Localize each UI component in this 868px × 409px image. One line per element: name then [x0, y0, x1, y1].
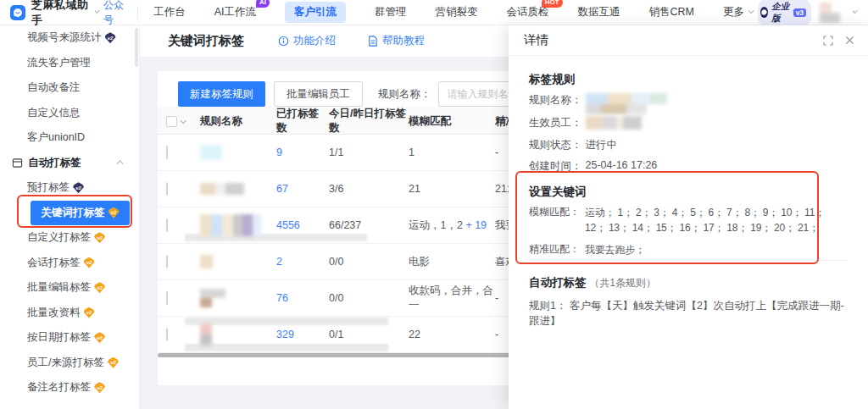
rule-name-label: 规则名称：: [378, 87, 431, 102]
col-header-rule-name: 规则名称: [200, 114, 276, 129]
detail-panel: 详情 标签规则 规则名称： 生效员工： 规则状态： 进行中 创建时间： 25-0…: [509, 25, 868, 409]
fuzzy-cell: 电影: [409, 255, 495, 269]
v2-badge: v2: [94, 382, 105, 393]
sidebar-item-auto-remark[interactable]: 自动改备注: [0, 75, 139, 101]
nav-item-more[interactable]: 更多: [723, 5, 758, 19]
sidebar-item-tag-by-date[interactable]: 按日期打标签v2: [0, 325, 139, 351]
sidebar-item-custom-tagging[interactable]: 自定义打标签v2: [0, 225, 139, 251]
sidebar-section-auto-tagging[interactable]: 自动打标签: [0, 151, 139, 176]
exact-match-value: 我要去跑步；: [585, 242, 827, 257]
sidebar-item-keyword-tagging[interactable]: 关键词打标签v2: [31, 201, 130, 226]
sidebar-item-video-source-stats[interactable]: 视频号来源统计v2: [0, 25, 139, 51]
sidebar-item-session-tagging[interactable]: 会话打标签v2: [0, 251, 139, 276]
batch-edit-staff-button[interactable]: 批量编辑员工: [274, 81, 363, 107]
rule-status-field: 规则状态： 进行中: [529, 138, 617, 152]
fuzzy-match-value: 运动； 1； 2； 3； 4； 5； 6； 7； 8； 9； 10； 11； 1…: [585, 205, 827, 235]
expand-icon[interactable]: [823, 36, 833, 46]
nav-label: 销售CRM: [649, 6, 694, 18]
plan-name: 企业版: [771, 1, 790, 25]
tag-list-icon: [12, 158, 23, 169]
row-checkbox[interactable]: [166, 218, 168, 232]
redacted-rule-name: [200, 289, 225, 307]
nav-item-ai-workflow[interactable]: AI工作流AI: [214, 5, 256, 19]
chevron-down-icon[interactable]: [94, 8, 100, 14]
close-icon[interactable]: [845, 36, 854, 45]
sidebar-item-customer-unionid[interactable]: 客户unionID: [0, 125, 139, 151]
sidebar-section-label: 自动打标签: [28, 156, 81, 170]
row-checkbox[interactable]: [166, 328, 168, 341]
v2-badge: v2: [108, 207, 120, 218]
keyword-section-title: 设置关键词: [529, 185, 587, 200]
sidebar-scrollbar[interactable]: [135, 28, 138, 67]
sidebar-item-churned-customers[interactable]: 流失客户管理: [0, 51, 139, 76]
rule-section-title: 标签规则: [529, 72, 575, 87]
sidebar-item-batch-edit-tags[interactable]: 批量编辑标签v2: [0, 275, 139, 301]
sidebar-item-pre-tagging[interactable]: 预打标签v2: [0, 175, 139, 201]
nav-item-data-interchange[interactable]: 数据互通: [578, 5, 620, 19]
col-header-today-count: 今日/昨日打标签数: [329, 107, 409, 135]
sidebar-item-staff-source-tagging[interactable]: 员工/来源打标签v2: [0, 351, 139, 376]
v2-badge: v2: [105, 32, 116, 43]
avatar[interactable]: [820, 3, 846, 23]
v2-badge: v2: [94, 232, 105, 243]
col-header-fuzzy-match: 模糊匹配: [409, 114, 495, 129]
tagged-count-link[interactable]: 9: [276, 146, 329, 158]
today-count: 66/237: [329, 219, 409, 231]
nav-label: AI工作流: [214, 6, 256, 18]
nav-item-session-qc[interactable]: 会话质检HOT: [507, 5, 549, 19]
nav-item-workbench[interactable]: 工作台: [153, 5, 186, 19]
nav-item-marketing-fission[interactable]: 营销裂变: [436, 5, 478, 19]
redacted-rule-name: [200, 255, 276, 268]
redaction-strip: [185, 318, 388, 325]
help-tutorial-link[interactable]: 帮助教程: [368, 34, 425, 48]
nav-item-customer-acquisition[interactable]: 客户引流: [285, 2, 346, 23]
sidebar-item-batch-edit-profile[interactable]: 批量改资料v2: [0, 301, 139, 326]
sidebar-item-remark-tagging[interactable]: 备注名打标签v2: [0, 375, 139, 401]
today-count: 0/0: [329, 256, 409, 268]
tagged-count-link[interactable]: 329: [276, 329, 329, 340]
divider: [137, 6, 138, 19]
top-navigation-bar: 芝麻私域助手 公众号 工作台 AI工作流AI 客户引流 群管理 营销裂变 会话质…: [0, 0, 868, 25]
row-checkbox[interactable]: [166, 255, 168, 268]
sidebar-item-label: 流失客户管理: [27, 56, 91, 70]
sidebar-item-custom-info[interactable]: 自定义信息: [0, 101, 139, 126]
new-rule-button[interactable]: 新建标签规则: [178, 81, 265, 107]
nav-label: 会话质检: [507, 6, 549, 18]
plan-logo-icon: [760, 7, 768, 18]
sidebar-item-label: 自定义信息: [27, 106, 81, 120]
primary-nav: 工作台 AI工作流AI 客户引流 群管理 营销裂变 会话质检HOT 数据互通 销…: [153, 2, 758, 23]
tagged-count-link[interactable]: 2: [276, 256, 329, 268]
link-label: 功能介绍: [293, 34, 336, 48]
sidebar-item-label: 会话打标签: [27, 256, 81, 270]
chevron-down-icon[interactable]: [181, 118, 186, 124]
row-checkbox[interactable]: [166, 291, 168, 305]
today-count: 1/1: [329, 146, 409, 158]
row-checkbox[interactable]: [166, 182, 168, 196]
field-label: 生效员工：: [529, 116, 582, 130]
tagged-count-link[interactable]: 76: [276, 292, 329, 304]
feature-intro-link[interactable]: 功能介绍: [278, 34, 336, 48]
chevron-down-icon[interactable]: [852, 8, 858, 14]
field-label: 规则状态：: [529, 138, 582, 152]
redacted-rule-name: [200, 183, 276, 195]
channel-label[interactable]: 公众号: [103, 0, 129, 27]
created-time-value: 25-04-16 17:26: [586, 159, 658, 171]
app-name: 芝麻私域助手: [31, 0, 90, 28]
tagged-count-link[interactable]: 4556: [276, 219, 329, 231]
app-logo-icon[interactable]: [10, 5, 25, 20]
document-icon: [368, 36, 378, 47]
v2-badge: v2: [108, 357, 119, 368]
tagged-count-link[interactable]: 67: [276, 183, 329, 195]
sidebar-item-label: 预打标签: [27, 180, 70, 195]
fuzzy-more-link[interactable]: + 19: [465, 219, 487, 231]
nav-item-group-management[interactable]: 群管理: [375, 5, 407, 19]
redacted-rule-name: [200, 323, 212, 345]
select-all-checkbox[interactable]: [166, 116, 177, 127]
nav-item-sales-crm[interactable]: 销售CRM: [649, 5, 694, 19]
sidebar-item-label: 关键词打标签: [42, 206, 105, 220]
rule-status-value: 进行中: [586, 138, 618, 152]
row-checkbox[interactable]: [166, 146, 168, 159]
info-icon: [278, 36, 289, 47]
redacted-staff-value: [586, 116, 642, 130]
auto-tag-rule-count: （共1条规则）: [589, 277, 656, 289]
